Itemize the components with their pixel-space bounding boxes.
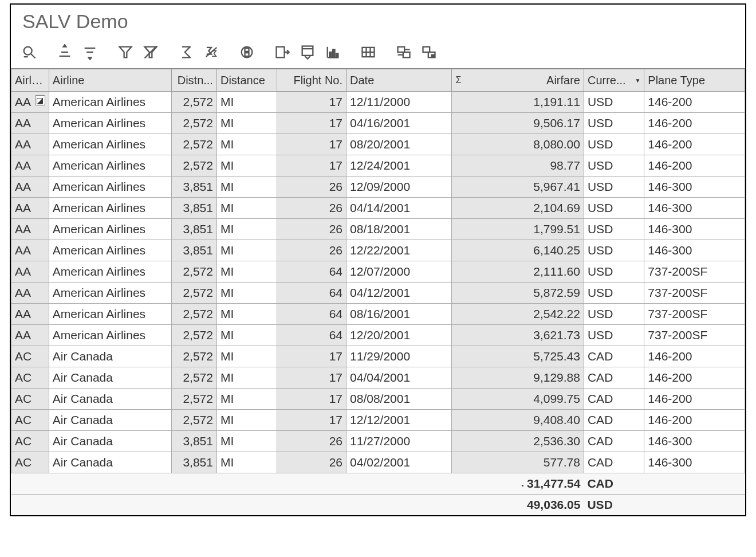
sum-icon[interactable] (174, 41, 199, 64)
table-row[interactable]: AAAmerican Airlines2,572MI1704/16/20019,… (11, 113, 745, 134)
table-row[interactable]: ACAir Canada3,851MI2604/02/2001577.78CAD… (11, 452, 745, 473)
cell-plane[interactable]: 146-200 (644, 346, 745, 367)
cell-flight[interactable]: 17 (277, 346, 346, 367)
details-icon[interactable] (17, 41, 42, 64)
cell-fare[interactable]: 2,542.22 (452, 304, 584, 325)
cell-code[interactable]: AC (11, 346, 49, 367)
cell-name[interactable]: American Airlines (49, 155, 171, 176)
cell-curr[interactable]: USD (584, 198, 644, 219)
cell-unit[interactable]: MI (216, 389, 277, 410)
cell-flight[interactable]: 26 (277, 431, 346, 452)
cell-curr[interactable]: CAD (584, 367, 644, 389)
cell-curr[interactable]: USD (584, 92, 644, 113)
col-fare[interactable]: ΣAirfare (452, 69, 584, 92)
cell-date[interactable]: 12/22/2001 (346, 240, 452, 261)
cell-curr[interactable]: USD (584, 261, 644, 283)
cell-dist[interactable]: 2,572 (171, 155, 216, 176)
sort-desc-icon[interactable] (77, 41, 103, 64)
cell-unit[interactable]: MI (216, 283, 277, 304)
cell-dist[interactable]: 3,851 (171, 431, 216, 452)
cell-date[interactable]: 12/11/2000 (346, 92, 452, 113)
cell-fare[interactable]: 8,080.00 (452, 134, 584, 155)
col-dist[interactable]: Distn... (171, 69, 216, 92)
cell-flight[interactable]: 26 (277, 176, 346, 198)
cell-fare[interactable]: 4,099.75 (452, 389, 584, 410)
cell-unit[interactable]: MI (216, 261, 277, 283)
cell-unit[interactable]: MI (216, 452, 277, 473)
table-row[interactable]: AAAmerican Airlines2,572MI1712/24/200198… (11, 155, 745, 176)
cell-curr[interactable]: CAD (584, 410, 644, 431)
cell-dist[interactable]: 2,572 (171, 134, 216, 155)
cell-plane[interactable]: 146-200 (644, 367, 745, 389)
cell-date[interactable]: 12/07/2000 (346, 261, 452, 283)
cell-dist[interactable]: 3,851 (171, 198, 216, 219)
cell-code[interactable]: AA (11, 325, 49, 346)
cell-date[interactable]: 12/20/2001 (346, 325, 452, 346)
f4-help-icon[interactable]: ◪ (35, 95, 45, 105)
cell-name[interactable]: American Airlines (49, 113, 171, 134)
cell-dist[interactable]: 2,572 (171, 367, 216, 389)
cell-name[interactable]: Air Canada (49, 389, 171, 410)
cell-unit[interactable]: MI (216, 155, 277, 176)
cell-name[interactable]: American Airlines (49, 219, 171, 240)
cell-fare[interactable]: 98.77 (452, 155, 584, 176)
cell-name[interactable]: American Airlines (49, 304, 171, 325)
cell-fare[interactable]: 1,191.11 (452, 92, 584, 113)
col-code[interactable]: Airline (11, 69, 49, 92)
cell-curr[interactable]: USD (584, 240, 644, 261)
cell-date[interactable]: 08/20/2001 (346, 134, 452, 155)
table-row[interactable]: AAAmerican Airlines3,851MI2612/09/20005,… (11, 176, 745, 198)
cell-dist[interactable]: 2,572 (171, 389, 216, 410)
table-row[interactable]: ACAir Canada3,851MI2611/27/20002,536.30C… (11, 431, 745, 452)
cell-date[interactable]: 12/12/2001 (346, 410, 452, 431)
cell-fare[interactable]: 9,408.40 (452, 410, 584, 431)
cell-curr[interactable]: USD (584, 134, 644, 155)
cell-unit[interactable]: MI (216, 92, 277, 113)
cell-name[interactable]: American Airlines (49, 92, 171, 113)
cell-date[interactable]: 04/04/2001 (346, 367, 452, 389)
cell-fare[interactable]: 5,872.59 (452, 283, 584, 304)
cell-dist[interactable]: 2,572 (171, 283, 216, 304)
cell-curr[interactable]: USD (584, 176, 644, 198)
variant-icon[interactable] (416, 41, 442, 64)
col-unit[interactable]: Distance (216, 69, 277, 92)
export-icon[interactable] (270, 41, 295, 64)
cell-fare[interactable]: 577.78 (452, 452, 584, 473)
table-row[interactable]: AAAmerican Airlines2,572MI6404/12/20015,… (11, 283, 745, 304)
cell-plane[interactable]: 146-300 (644, 198, 745, 219)
cell-plane[interactable]: 146-300 (644, 219, 745, 240)
settings-icon[interactable] (391, 41, 416, 64)
cell-plane[interactable]: 146-200 (644, 134, 745, 155)
subtotal-icon[interactable] (199, 41, 224, 64)
table-row[interactable]: AAAmerican Airlines3,851MI2604/14/20012,… (11, 198, 745, 219)
cell-name[interactable]: American Airlines (49, 261, 171, 283)
cell-unit[interactable]: MI (216, 346, 277, 367)
grid-icon[interactable] (356, 41, 381, 64)
cell-code[interactable]: AA (11, 219, 49, 240)
cell-curr[interactable]: CAD (584, 431, 644, 452)
cell-plane[interactable]: 146-200 (644, 410, 745, 431)
cell-flight[interactable]: 26 (277, 240, 346, 261)
cell-plane[interactable]: 146-200 (644, 389, 745, 410)
cell-unit[interactable]: MI (216, 325, 277, 346)
table-row[interactable]: AA◪American Airlines2,572MI1712/11/20001… (11, 92, 745, 113)
cell-fare[interactable]: 9,506.17 (452, 113, 584, 134)
cell-code[interactable]: AC (11, 389, 49, 410)
cell-plane[interactable]: 737-200SF (644, 261, 745, 283)
cell-code[interactable]: AC (11, 431, 49, 452)
cell-fare[interactable]: 2,536.30 (452, 431, 584, 452)
cell-flight[interactable]: 17 (277, 410, 346, 431)
table-row[interactable]: ACAir Canada2,572MI1711/29/20005,725.43C… (11, 346, 745, 367)
cell-plane[interactable]: 146-200 (644, 155, 745, 176)
filter-off-icon[interactable] (138, 41, 163, 64)
cell-date[interactable]: 12/24/2001 (346, 155, 452, 176)
filter-icon[interactable] (113, 41, 138, 64)
table-row[interactable]: AAAmerican Airlines3,851MI2612/22/20016,… (11, 240, 745, 261)
cell-flight[interactable]: 17 (277, 134, 346, 155)
cell-name[interactable]: American Airlines (49, 176, 171, 198)
cell-name[interactable]: Air Canada (49, 431, 171, 452)
cell-plane[interactable]: 737-200SF (644, 283, 745, 304)
cell-fare[interactable]: 9,129.88 (452, 367, 584, 389)
cell-unit[interactable]: MI (216, 410, 277, 431)
cell-flight[interactable]: 26 (277, 452, 346, 473)
